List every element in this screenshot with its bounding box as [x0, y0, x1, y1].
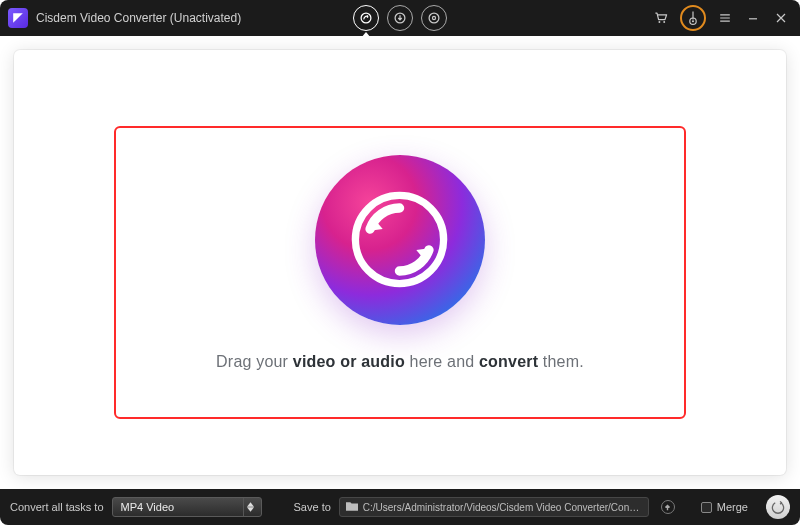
mode-switcher — [353, 5, 447, 31]
merge-checkbox[interactable] — [701, 502, 712, 513]
svg-point-7 — [692, 20, 694, 22]
main-area: Drag your video or audio here and conver… — [0, 36, 800, 489]
svg-point-2 — [429, 13, 439, 23]
title-left: Cisdem Video Converter (Unactivated) — [8, 8, 241, 28]
cart-icon[interactable] — [652, 9, 670, 27]
save-to-label: Save to — [294, 501, 331, 513]
bottombar: Convert all tasks to MP4 Video Save to C… — [0, 489, 800, 525]
content-panel: Drag your video or audio here and conver… — [14, 50, 786, 475]
mode-convert-button[interactable] — [353, 5, 379, 31]
output-format-select[interactable]: MP4 Video — [112, 497, 262, 517]
save-path-field[interactable]: C:/Users/Administrator/Videos/Cisdem Vid… — [339, 497, 649, 517]
title-right — [652, 5, 790, 31]
merge-label: Merge — [717, 501, 748, 513]
tutorial-highlight-box — [114, 126, 686, 419]
titlebar: Cisdem Video Converter (Unactivated) — [0, 0, 800, 36]
convert-all-label: Convert all tasks to — [10, 501, 104, 513]
open-folder-button[interactable] — [661, 500, 675, 514]
start-convert-button[interactable] — [766, 495, 790, 519]
app-logo-icon — [8, 8, 28, 28]
folder-icon — [346, 501, 358, 513]
mode-download-button[interactable] — [387, 5, 413, 31]
window-title: Cisdem Video Converter (Unactivated) — [36, 11, 241, 25]
svg-point-0 — [361, 13, 371, 23]
close-button[interactable] — [772, 9, 790, 27]
app-window: Cisdem Video Converter (Unactivated) — [0, 0, 800, 525]
merge-option: Merge — [701, 501, 748, 513]
select-stepper-icon — [243, 498, 257, 516]
svg-point-5 — [663, 21, 665, 23]
gpu-accel-highlight — [680, 5, 706, 31]
gpu-accel-icon[interactable] — [686, 9, 700, 27]
svg-point-4 — [658, 21, 660, 23]
minimize-button[interactable] — [744, 9, 762, 27]
svg-point-3 — [432, 16, 435, 19]
menu-icon[interactable] — [716, 9, 734, 27]
save-path-value: C:/Users/Administrator/Videos/Cisdem Vid… — [363, 502, 642, 513]
mode-rip-button[interactable] — [421, 5, 447, 31]
output-format-value: MP4 Video — [121, 501, 175, 513]
